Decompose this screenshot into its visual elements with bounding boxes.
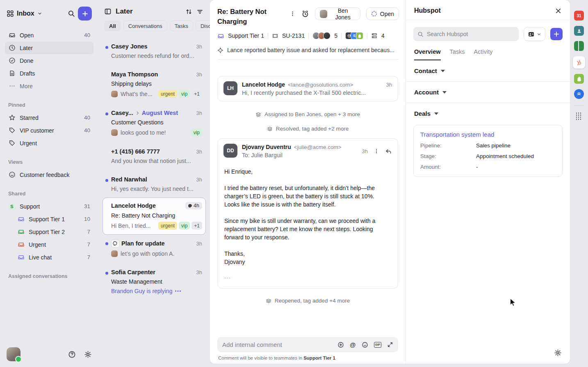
blue-app-icon[interactable] xyxy=(574,89,584,99)
status-button[interactable]: Open xyxy=(366,7,399,20)
settings-gear-icon[interactable] xyxy=(84,351,92,358)
mention-icon[interactable]: @ xyxy=(350,342,356,348)
inbox-tray-icon xyxy=(17,241,25,248)
assignee-button[interactable]: Ben Jones xyxy=(315,7,360,20)
sidebar-item-starred[interactable]: Starred 40 xyxy=(5,111,93,124)
list-item-casey-august-west[interactable]: Casey... August West 3h Customer Questio… xyxy=(103,105,206,142)
compose-button[interactable] xyxy=(78,7,92,21)
emoji-icon[interactable] xyxy=(362,342,368,348)
sidebar-item-urgent-pinned[interactable]: Urgent xyxy=(5,137,93,149)
sidebar-item-label: Done xyxy=(20,57,33,64)
search-button[interactable] xyxy=(68,10,75,17)
shopify-app-icon[interactable] xyxy=(574,74,584,84)
expand-composer-icon[interactable] xyxy=(387,342,393,348)
snooze-alarm-icon[interactable] xyxy=(301,10,309,18)
sidebar-item-done[interactable]: Done xyxy=(5,54,93,67)
sidebar-item-support[interactable]: S Support 31 xyxy=(5,200,93,213)
hubspot-settings-gear-icon[interactable] xyxy=(554,349,562,357)
deal-field-label: Amount: xyxy=(420,164,476,170)
layers-icon xyxy=(267,126,273,132)
hubspot-search-input[interactable] xyxy=(427,31,515,37)
panel-toggle-icon[interactable] xyxy=(104,8,112,15)
deal-field-value: Appointment scheduled xyxy=(476,153,534,159)
tag-icon xyxy=(8,140,16,147)
hubspot-app-icon[interactable] xyxy=(573,56,585,69)
list-item-phone[interactable]: +1 (415) 666 77773h And you know that no… xyxy=(103,144,206,170)
event-row[interactable]: Assigned to Ben Jones, open + 3 more xyxy=(217,111,398,117)
event-row[interactable]: Reopened, tag added +4 more xyxy=(217,298,398,304)
tab-overview[interactable]: Overview xyxy=(414,48,441,60)
item-linked-name[interactable]: August West xyxy=(142,110,178,116)
help-icon[interactable] xyxy=(68,351,76,358)
ai-summary-row[interactable]: Lance reported battery issue and asked f… xyxy=(217,44,398,60)
tab-tasks[interactable]: Tasks xyxy=(450,48,465,60)
meta-inbox-name[interactable]: Support Tier 1 xyxy=(228,32,264,39)
list-item-plan-for-update[interactable]: Plan for update 3h let’s go with option … xyxy=(103,235,206,262)
show-quoted-text-button[interactable]: ... xyxy=(224,273,391,281)
workspace-name[interactable]: Inbox xyxy=(17,10,34,17)
filter-chip-discussions[interactable]: Discussions xyxy=(196,21,210,31)
collapsed-message[interactable]: LH Lancelot Hodge <lance@gosolutions.com… xyxy=(217,76,398,101)
item-preview: looks good to me! xyxy=(121,129,166,136)
conversation-panel: Re: Battery Not Charging Ben Jones Open xyxy=(210,0,406,364)
item-name: +1 (415) 666 7777 xyxy=(111,148,160,155)
hubspot-add-button[interactable] xyxy=(550,28,563,40)
list-item-sofia-carpenter[interactable]: Sofia Carpenter3h Waste Management Brand… xyxy=(103,264,206,300)
sidebar-item-live-chat[interactable]: Live chat 7 xyxy=(14,251,93,264)
event-row[interactable]: Resolved, tag added +2 more xyxy=(217,126,398,132)
reply-icon[interactable] xyxy=(385,148,392,155)
sender-email: <julie@acme.com> xyxy=(294,144,342,150)
sidebar-item-support-tier-2[interactable]: Support Tier 2 7 xyxy=(14,225,93,238)
list-item-lancelot-hodge-selected[interactable]: Lancelot Hodge 4h Re: Battery Not Chargi… xyxy=(103,197,206,235)
hubspot-search[interactable] xyxy=(413,27,519,41)
contacts-app-icon[interactable] xyxy=(574,26,584,36)
item-preview: And you know that notion just... xyxy=(111,158,191,164)
layers-icon xyxy=(266,298,271,304)
list-item-casey-jones[interactable]: Casey Jones3h Customer needs refund for … xyxy=(103,39,206,64)
section-deals[interactable]: Deals xyxy=(406,103,570,124)
user-avatar[interactable] xyxy=(7,347,21,361)
record-selector-button[interactable] xyxy=(524,27,545,41)
apps-menu-icon[interactable] xyxy=(576,112,582,121)
filter-chip-tasks[interactable]: Tasks xyxy=(170,21,193,31)
chevron-down-icon[interactable] xyxy=(37,11,42,16)
sidebar-item-count: 31 xyxy=(84,203,90,209)
internal-comment-input[interactable]: Add internal comment @ GIF xyxy=(217,337,398,352)
deal-link[interactable]: Transportation system lead xyxy=(420,131,556,138)
meta-ticket-id[interactable]: SU-2131 xyxy=(282,32,305,39)
close-icon[interactable] xyxy=(555,7,562,14)
ai-summary-text: Lance reported battery issue and asked f… xyxy=(227,47,394,53)
filter-icon[interactable] xyxy=(196,8,203,15)
sidebar-item-drafts[interactable]: Drafts xyxy=(5,67,93,80)
item-time: 3h xyxy=(196,269,202,275)
linked-apps[interactable]: S xyxy=(345,32,363,39)
participant-avatars[interactable] xyxy=(312,32,330,39)
kebab-menu-icon[interactable] xyxy=(374,148,379,154)
sidebar-item-vip-customer[interactable]: VIP customer 40 xyxy=(5,124,93,137)
conversation-list: Casey Jones3h Customer needs refund for … xyxy=(98,35,210,367)
sort-icon[interactable] xyxy=(185,8,192,15)
notebook-app-icon[interactable] xyxy=(574,41,584,51)
item-time: 3h xyxy=(196,177,202,183)
calendar-app-icon[interactable]: 31 xyxy=(574,11,584,21)
list-item-maya-thompson[interactable]: Maya Thompson3h Shipping delays What’s t… xyxy=(103,67,206,103)
kebab-menu-icon[interactable] xyxy=(289,11,296,17)
sidebar-item-label: Urgent xyxy=(29,241,46,248)
sidebar-item-count: 7 xyxy=(87,254,90,260)
sidebar-item-open[interactable]: Open 40 xyxy=(5,29,93,41)
section-account[interactable]: Account xyxy=(406,82,570,103)
sidebar-item-more[interactable]: More xyxy=(5,80,93,92)
sidebar-item-count: 40 xyxy=(84,127,90,133)
sidebar-item-customer-feedback[interactable]: Customer feedback xyxy=(5,168,93,181)
sidebar-item-later[interactable]: Later xyxy=(5,41,93,54)
attach-plus-icon[interactable] xyxy=(337,342,344,348)
tab-activity[interactable]: Activity xyxy=(474,48,493,60)
gif-icon[interactable]: GIF xyxy=(374,342,382,348)
list-item-red-narwhal[interactable]: Red Narwhal3h Hi, yes exactly. You just … xyxy=(103,172,206,197)
section-contact[interactable]: Contact xyxy=(406,60,570,81)
sidebar-item-urgent-shared[interactable]: Urgent 7 xyxy=(14,238,93,251)
filter-chip-conversations[interactable]: Conversations xyxy=(123,21,167,31)
draft-document-icon xyxy=(8,70,16,77)
filter-chip-all[interactable]: All xyxy=(104,21,121,31)
sidebar-item-support-tier-1[interactable]: Support Tier 1 10 xyxy=(14,213,93,225)
